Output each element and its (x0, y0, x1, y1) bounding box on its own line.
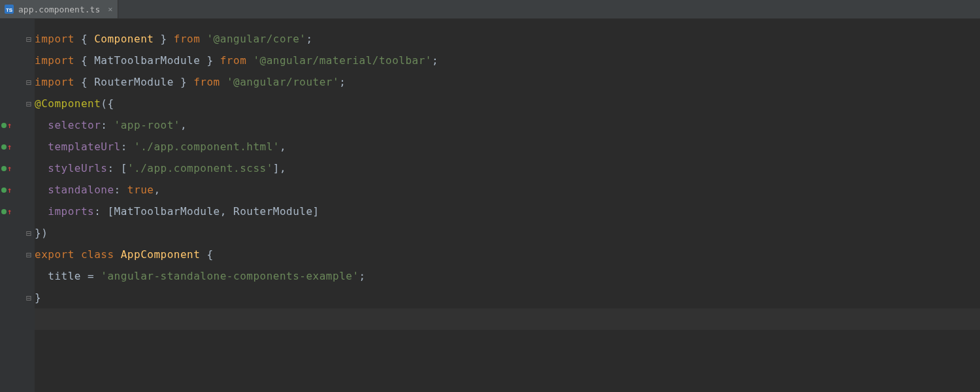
code-line[interactable]: imports: [MatToolbarModule, RouterModule… (35, 201, 980, 222)
code-line[interactable]: styleUrls: ['./app.component.scss'], (35, 157, 980, 179)
gutter-row[interactable]: ↑ (0, 114, 34, 136)
fold-icon[interactable]: ⊟ (26, 229, 31, 238)
code-line[interactable]: @Component({ (35, 93, 980, 114)
gutter-row[interactable] (0, 265, 34, 287)
fold-icon[interactable]: ⊟ (26, 250, 31, 259)
typescript-file-icon: TS (4, 4, 14, 14)
code-line[interactable]: standalone: true, (35, 179, 980, 201)
vcs-change-marker-icon[interactable]: ↑ (1, 208, 12, 216)
gutter-row[interactable]: ↑ (0, 136, 34, 157)
vcs-change-marker-icon[interactable]: ↑ (1, 122, 12, 129)
code-line[interactable]: }) (35, 222, 980, 244)
gutter-row[interactable]: ⊟ (0, 93, 34, 114)
gutter-row[interactable]: ⊟ (0, 28, 34, 50)
gutter-row[interactable]: ⊟ (0, 222, 34, 244)
code-line[interactable]: import { MatToolbarModule } from '@angul… (35, 50, 980, 71)
editor-area: ⊟ ⊟ ⊟ ↑ ↑ ↑ ↑ ↑ ⊟ ⊟ ⊟ import { Component… (0, 19, 980, 392)
gutter-row[interactable]: ⊟ (0, 244, 34, 265)
vcs-change-marker-icon[interactable]: ↑ (1, 186, 12, 194)
code-area[interactable]: import { Component } from '@angular/core… (35, 19, 980, 392)
editor-tab-active[interactable]: TS app.component.ts ✕ (0, 0, 118, 18)
code-line-current[interactable] (35, 308, 980, 330)
code-line[interactable]: title = 'angular-standalone-components-e… (35, 265, 980, 287)
editor-gutter[interactable]: ⊟ ⊟ ⊟ ↑ ↑ ↑ ↑ ↑ ⊟ ⊟ ⊟ (0, 19, 35, 392)
code-line[interactable]: import { Component } from '@angular/core… (35, 28, 980, 50)
fold-icon[interactable]: ⊟ (26, 293, 31, 302)
vcs-change-marker-icon[interactable]: ↑ (1, 165, 12, 172)
gutter-row[interactable]: ↑ (0, 201, 34, 222)
gutter-row[interactable]: ⊟ (0, 287, 34, 308)
gutter-row[interactable] (0, 50, 34, 71)
editor-tabbar: TS app.component.ts ✕ (0, 0, 980, 19)
gutter-row[interactable] (0, 308, 34, 330)
tab-filename: app.component.ts (18, 5, 100, 14)
gutter-row[interactable]: ↑ (0, 179, 34, 201)
code-line[interactable]: export class AppComponent { (35, 244, 980, 265)
svg-text:TS: TS (6, 7, 13, 13)
editor-scrollbar[interactable] (972, 19, 980, 392)
code-line[interactable]: selector: 'app-root', (35, 114, 980, 136)
close-tab-icon[interactable]: ✕ (108, 5, 112, 14)
code-line[interactable]: } (35, 287, 980, 308)
fold-icon[interactable]: ⊟ (26, 78, 31, 87)
gutter-row[interactable]: ⊟ (0, 71, 34, 93)
fold-icon[interactable]: ⊟ (26, 99, 31, 108)
fold-icon[interactable]: ⊟ (26, 35, 31, 44)
vcs-change-marker-icon[interactable]: ↑ (1, 143, 12, 151)
code-line[interactable]: import { RouterModule } from '@angular/r… (35, 71, 980, 93)
code-line[interactable]: templateUrl: './app.component.html', (35, 136, 980, 157)
gutter-row[interactable]: ↑ (0, 157, 34, 179)
